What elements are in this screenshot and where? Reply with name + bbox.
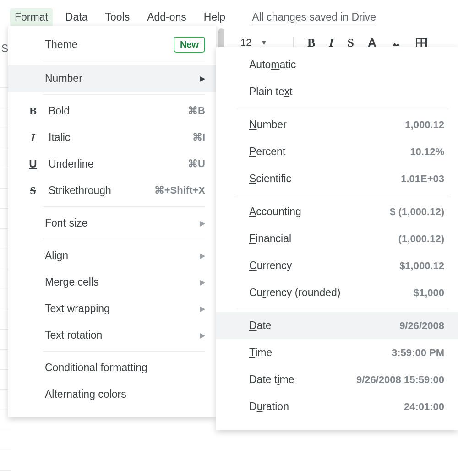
number-datetime[interactable]: Date time 9/26/2008 15:59:00	[216, 366, 458, 393]
item-example: $1,000.12	[399, 260, 444, 272]
menu-fontsize[interactable]: Font size ▶	[8, 210, 216, 236]
menu-tools[interactable]: Tools	[100, 8, 134, 26]
shortcut-text: ⌘B	[188, 105, 205, 117]
number-financial[interactable]: Financial (1,000.12)	[216, 225, 458, 252]
menu-format[interactable]: Format	[10, 8, 53, 26]
number-automatic[interactable]: Automatic	[216, 51, 458, 78]
toolbar-currency-button[interactable]: $	[0, 42, 8, 55]
submenu-arrow-icon: ▶	[200, 251, 205, 260]
item-example: 3:59:00 PM	[392, 347, 444, 359]
number-plain-text[interactable]: Plain text	[216, 78, 458, 105]
number-duration[interactable]: Duration 24:01:00	[216, 393, 458, 420]
menu-separator	[43, 62, 205, 62]
item-label: Number	[249, 119, 405, 131]
menu-align-label: Align	[28, 249, 200, 262]
number-number[interactable]: Number 1,000.12	[216, 111, 458, 138]
bold-icon: B	[27, 105, 39, 117]
menu-wrap-label: Text wrapping	[28, 303, 200, 315]
item-label: Currency	[249, 260, 399, 272]
submenu-arrow-icon: ▶	[200, 304, 205, 313]
menu-merge-label: Merge cells	[28, 276, 200, 288]
underline-icon: U	[27, 157, 39, 170]
new-badge: New	[174, 37, 205, 53]
menu-separator	[43, 239, 205, 239]
menu-theme-label: Theme	[28, 38, 174, 51]
menu-number-label: Number	[28, 72, 200, 85]
menu-text-rotation[interactable]: Text rotation ▶	[8, 322, 216, 348]
item-label: Percent	[249, 146, 410, 158]
menu-italic[interactable]: I Italic ⌘I	[8, 124, 216, 151]
submenu-arrow-icon: ▶	[200, 219, 205, 227]
menu-conditional-label: Conditional formatting	[28, 362, 205, 374]
menu-underline[interactable]: U Underline ⌘U	[8, 151, 216, 177]
item-example: 9/26/2008 15:59:00	[356, 374, 444, 386]
menu-separator	[43, 351, 205, 352]
number-currency[interactable]: Currency $1,000.12	[216, 252, 458, 279]
menu-help[interactable]: Help	[199, 8, 230, 26]
format-dropdown: Theme New Number ▶ B Bold ⌘B I Italic ⌘I…	[8, 26, 216, 417]
item-example: $ (1,000.12)	[390, 206, 444, 218]
menu-strikethrough[interactable]: S Strikethrough ⌘+Shift+X	[8, 177, 216, 204]
item-label: Scientific	[249, 173, 401, 185]
menu-separator	[43, 206, 205, 207]
item-label: Duration	[249, 400, 404, 413]
item-example: 9/26/2008	[399, 320, 444, 332]
shortcut-text: ⌘I	[192, 131, 205, 143]
submenu-arrow-icon: ▶	[200, 74, 205, 83]
item-label: Date	[249, 319, 399, 332]
saved-in-drive-link[interactable]: All changes saved in Drive	[252, 11, 376, 23]
number-accounting[interactable]: Accounting $ (1,000.12)	[216, 198, 458, 225]
item-label: Plain text	[249, 86, 444, 98]
strikethrough-icon: S	[27, 184, 39, 197]
menu-underline-label: Underline	[47, 158, 188, 170]
menu-alternating-colors[interactable]: Alternating colors	[8, 381, 216, 407]
item-label: Currency (rounded)	[249, 287, 414, 299]
menu-text-wrapping[interactable]: Text wrapping ▶	[8, 295, 216, 322]
number-currency-rounded[interactable]: Currency (rounded) $1,000	[216, 279, 458, 306]
submenu-arrow-icon: ▶	[200, 331, 205, 340]
item-label: Time	[249, 346, 392, 359]
item-example: (1,000.12)	[398, 233, 444, 245]
menu-align[interactable]: Align ▶	[8, 242, 216, 269]
item-label: Financial	[249, 233, 398, 245]
number-time[interactable]: Time 3:59:00 PM	[216, 339, 458, 366]
submenu-separator	[236, 309, 449, 309]
item-example: 1,000.12	[405, 119, 444, 131]
submenu-separator	[236, 108, 449, 108]
submenu-separator	[236, 195, 449, 195]
item-example: 1.01E+03	[401, 173, 444, 185]
shortcut-text: ⌘+Shift+X	[154, 184, 205, 196]
item-label: Date time	[249, 373, 356, 386]
caret-down-icon: ▼	[261, 39, 267, 46]
number-percent[interactable]: Percent 10.12%	[216, 138, 458, 165]
number-submenu: Automatic Plain text Number 1,000.12 Per…	[216, 47, 458, 430]
menu-theme[interactable]: Theme New	[8, 30, 216, 59]
item-example: $1,000	[414, 287, 444, 299]
item-label: Accounting	[249, 206, 390, 218]
menu-bold[interactable]: B Bold ⌘B	[8, 97, 216, 124]
item-example: 24:01:00	[404, 401, 444, 413]
item-example: 10.12%	[410, 146, 444, 158]
menu-italic-label: Italic	[47, 131, 192, 144]
menu-bold-label: Bold	[47, 105, 188, 117]
number-scientific[interactable]: Scientific 1.01E+03	[216, 165, 458, 192]
item-label: Automatic	[249, 59, 444, 71]
menu-fontsize-label: Font size	[28, 217, 200, 229]
submenu-arrow-icon: ▶	[200, 278, 205, 287]
menu-merge-cells[interactable]: Merge cells ▶	[8, 269, 216, 295]
shortcut-text: ⌘U	[188, 158, 205, 170]
menu-separator	[43, 94, 205, 95]
menu-addons[interactable]: Add-ons	[142, 8, 191, 26]
menu-data[interactable]: Data	[61, 8, 93, 26]
italic-icon: I	[27, 131, 39, 144]
menu-conditional-formatting[interactable]: Conditional formatting	[8, 354, 216, 381]
menu-strike-label: Strikethrough	[47, 184, 154, 197]
menu-number[interactable]: Number ▶	[8, 65, 216, 92]
menu-rotation-label: Text rotation	[28, 329, 200, 341]
menu-alternating-label: Alternating colors	[28, 388, 205, 400]
number-date[interactable]: Date 9/26/2008	[216, 312, 458, 339]
